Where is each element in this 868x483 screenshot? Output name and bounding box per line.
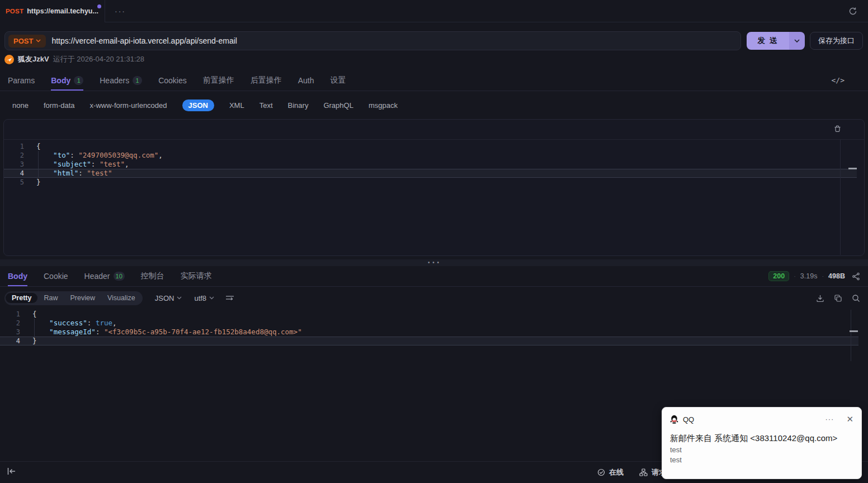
url-bar[interactable]: POST https://vercel-email-api-iota.verce… — [4, 31, 741, 50]
response-tab-actual-request[interactable]: 实际请求 — [181, 267, 212, 286]
qq-notification[interactable]: QQ ··· ✕ 新邮件来自 系统通知 <383110242@qq.com> t… — [662, 407, 862, 479]
encoding-dropdown[interactable]: utf8 — [194, 294, 214, 302]
download-button[interactable] — [816, 294, 824, 302]
body-type-selector: none form-data x-www-form-urlencoded JSO… — [12, 97, 398, 113]
collapse-sidebar-button[interactable] — [7, 467, 16, 475]
search-icon — [852, 294, 860, 302]
code-line[interactable]: 4} — [0, 337, 858, 345]
body-type-text[interactable]: Text — [260, 101, 273, 110]
response-scrollbar-thumb[interactable] — [850, 330, 858, 332]
body-type-binary[interactable]: Binary — [288, 101, 309, 110]
code-line[interactable]: 3 "subject": "test", — [4, 160, 857, 169]
editor-scrollbar-thumb[interactable] — [848, 168, 857, 169]
chevron-down-icon — [209, 296, 214, 300]
line-content: { — [32, 310, 37, 319]
avatar — [4, 55, 14, 64]
tab-post-operations[interactable]: 后置操作 — [251, 72, 282, 91]
request-tabs: Params Body1 Headers1 Cookies 前置操作 后置操作 … — [0, 72, 868, 91]
code-line[interactable]: 2 "to": "2497005039@qq.com", — [4, 151, 857, 160]
notification-line: test — [670, 456, 853, 464]
tab-cookies[interactable]: Cookies — [158, 72, 187, 91]
refresh-button[interactable] — [846, 4, 860, 18]
tab-settings[interactable]: 设置 — [331, 72, 346, 91]
url-input[interactable]: https://vercel-email-api-iota.vercel.app… — [51, 36, 237, 45]
line-number: 1 — [4, 142, 24, 151]
code-line[interactable]: 4 "html": "test" — [4, 169, 857, 178]
chevron-down-icon — [177, 296, 182, 300]
body-type-form-data[interactable]: form-data — [44, 101, 75, 110]
status-code-badge: 200 — [768, 271, 789, 281]
tab-auth[interactable]: Auth — [298, 72, 314, 91]
body-count-badge: 1 — [74, 76, 83, 85]
body-type-xml[interactable]: XML — [229, 101, 244, 110]
response-tab-cookie[interactable]: Cookie — [44, 267, 68, 286]
chevron-down-icon — [794, 39, 800, 43]
save-as-api-button[interactable]: 保存为接口 — [810, 32, 863, 50]
response-size: 498B — [828, 272, 845, 280]
line-number: 3 — [0, 328, 20, 337]
code-icon[interactable]: </> — [832, 76, 845, 84]
panel-splitter[interactable]: • • • — [0, 259, 868, 266]
body-type-json[interactable]: JSON — [182, 100, 214, 111]
share-button[interactable] — [852, 272, 860, 281]
response-time: 3.19s — [800, 272, 818, 280]
runner-time: 运行于 2026-04-20 21:31:28 — [53, 54, 144, 64]
send-button-label[interactable]: 发 送 — [747, 32, 789, 50]
notification-header: QQ ··· ✕ — [662, 408, 861, 424]
headers-count-badge: 1 — [133, 76, 142, 85]
notification-more-button[interactable]: ··· — [825, 416, 834, 422]
body-type-none[interactable]: none — [12, 101, 29, 110]
separator-dot: · — [794, 273, 796, 280]
response-tab-body[interactable]: Body — [8, 267, 27, 286]
proxy-icon — [639, 468, 648, 476]
status-bar-right: 在线 请求 — [597, 462, 666, 483]
online-status[interactable]: 在线 — [597, 467, 624, 477]
view-mode-visualize[interactable]: Visualize — [101, 293, 141, 303]
more-tabs-button[interactable]: ··· — [105, 0, 136, 22]
tab-params[interactable]: Params — [8, 72, 35, 91]
body-type-msgpack[interactable]: msgpack — [369, 101, 398, 110]
tab-pre-operations[interactable]: 前置操作 — [203, 72, 234, 91]
editor-toolbar — [4, 120, 864, 140]
code-line[interactable]: 5} — [4, 178, 857, 187]
body-type-urlencoded[interactable]: x-www-form-urlencoded — [90, 101, 167, 110]
view-mode-preview[interactable]: Preview — [64, 293, 101, 303]
line-content: { — [36, 142, 41, 151]
request-tab[interactable]: POST https://email.techyu... — [0, 0, 105, 22]
search-button[interactable] — [852, 294, 860, 302]
request-json-code[interactable]: 1{2 "to": "2497005039@qq.com",3 "subject… — [4, 140, 864, 187]
response-tabs: Body Cookie Header10 控制台 实际请求 200 · 3.19… — [0, 267, 868, 287]
code-line[interactable]: 1{ — [0, 310, 858, 319]
line-number: 2 — [4, 151, 24, 160]
line-number: 3 — [4, 160, 24, 169]
tab-bar-border — [105, 22, 868, 22]
code-line[interactable]: 1{ — [4, 142, 857, 151]
body-type-graphql[interactable]: GraphQL — [323, 101, 353, 110]
wrap-lines-button[interactable] — [225, 295, 234, 302]
clear-body-button[interactable] — [833, 125, 842, 135]
line-content: } — [36, 178, 41, 187]
response-tab-header[interactable]: Header10 — [84, 267, 125, 286]
unsaved-dot — [97, 4, 101, 8]
line-content: "messageId": "<f3c09b5c-a95b-70f4-ae12-f… — [32, 328, 302, 337]
line-number: 4 — [0, 337, 20, 345]
notification-close-button[interactable]: ✕ — [846, 414, 853, 424]
fox-logo-icon — [6, 56, 12, 63]
code-line[interactable]: 2 "success": true, — [0, 319, 858, 328]
view-mode-pretty[interactable]: Pretty — [6, 293, 37, 303]
view-mode-raw[interactable]: Raw — [37, 293, 64, 303]
tab-body[interactable]: Body1 — [51, 72, 83, 91]
trash-icon — [833, 125, 842, 133]
line-number: 5 — [4, 178, 24, 187]
send-options-button[interactable] — [789, 32, 805, 50]
copy-button[interactable] — [834, 294, 842, 302]
format-dropdown[interactable]: JSON — [155, 294, 182, 302]
line-number: 2 — [0, 319, 20, 328]
send-button[interactable]: 发 送 — [747, 32, 805, 50]
code-line[interactable]: 3 "messageId": "<f3c09b5c-a95b-70f4-ae12… — [0, 328, 858, 337]
response-json-code[interactable]: 1{2 "success": true,3 "messageId": "<f3c… — [0, 310, 868, 345]
response-tab-console[interactable]: 控制台 — [141, 267, 164, 286]
runner-name: 狐友JzkV — [18, 54, 49, 64]
tab-headers[interactable]: Headers1 — [100, 72, 142, 91]
method-dropdown[interactable]: POST — [8, 35, 46, 48]
